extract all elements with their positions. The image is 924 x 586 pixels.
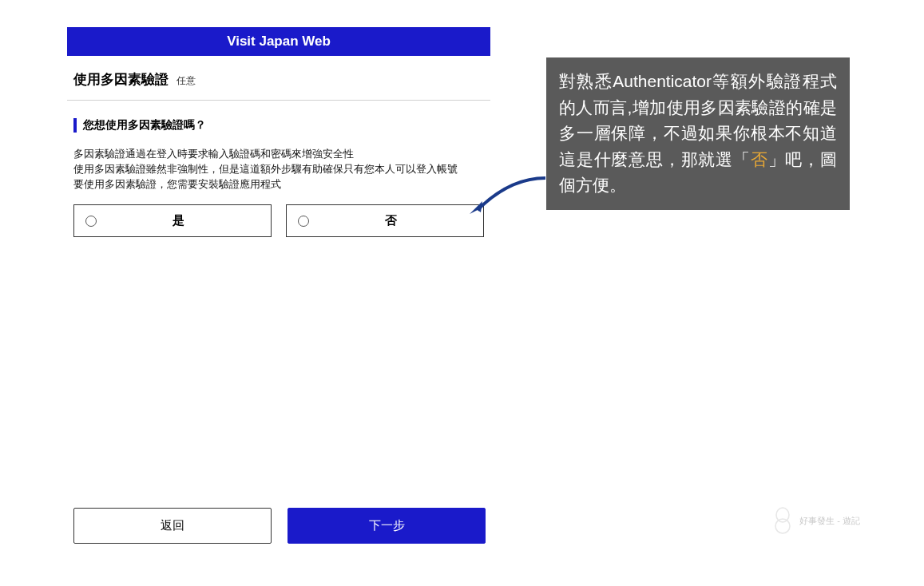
- next-button[interactable]: 下一步: [288, 508, 486, 544]
- option-yes-label: 是: [97, 213, 260, 228]
- options-row: 是 否: [67, 204, 490, 237]
- radio-icon: [298, 216, 309, 227]
- watermark-text-block: 好事發生 - 遊記: [799, 515, 860, 527]
- watermark: 好事發生 - 遊記: [772, 507, 860, 534]
- annotation-arrow-icon: [462, 174, 549, 222]
- option-no-button[interactable]: 否: [286, 204, 484, 237]
- annotation-highlight: 否: [751, 150, 768, 168]
- annotation-box: 對熟悉Authenticator等額外驗證程式的人而言,增加使用多因素驗證的確是…: [546, 57, 850, 210]
- header-title: Visit Japan Web: [227, 34, 331, 49]
- svg-point-1: [775, 519, 790, 533]
- radio-icon: [85, 216, 97, 227]
- description-line: 多因素驗證通過在登入時要求輸入驗證碼和密碼來增強安全性: [73, 147, 484, 162]
- back-button-label: 返回: [161, 518, 184, 532]
- description-line: 使用多因素驗證雖然非強制性，但是這道額外步驟有助確保只有您本人可以登入帳號: [73, 162, 484, 177]
- next-button-label: 下一步: [369, 518, 405, 532]
- description-line: 要使用多因素驗證，您需要安裝驗證應用程式: [73, 177, 484, 192]
- option-no-label: 否: [309, 213, 472, 228]
- option-yes-button[interactable]: 是: [73, 204, 272, 237]
- app-header: Visit Japan Web: [67, 27, 490, 56]
- footer-buttons: 返回 下一步: [73, 508, 486, 544]
- peanut-icon: [772, 507, 793, 534]
- page-title: 使用多因素驗證: [73, 70, 169, 89]
- mfa-question: 您想使用多因素驗證嗎？: [73, 118, 484, 133]
- question-block: 您想使用多因素驗證嗎？ 多因素驗證通過在登入時要求輸入驗證碼和密碼來增強安全性 …: [67, 118, 490, 192]
- title-section: 使用多因素驗證 任意: [67, 56, 490, 101]
- optional-badge: 任意: [176, 75, 196, 86]
- back-button[interactable]: 返回: [73, 508, 272, 544]
- watermark-subtitle: 好事發生 - 遊記: [799, 515, 860, 527]
- mfa-description: 多因素驗證通過在登入時要求輸入驗證碼和密碼來增強安全性 使用多因素驗證雖然非強制…: [73, 147, 484, 192]
